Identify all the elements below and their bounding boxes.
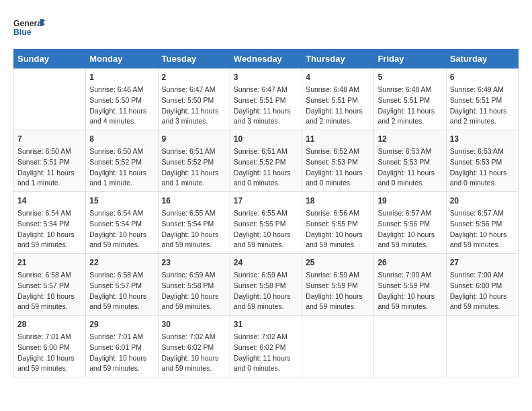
day-number: 4 xyxy=(306,71,370,83)
calendar-cell: 13Sunrise: 6:53 AM Sunset: 5:53 PM Dayli… xyxy=(446,130,518,192)
calendar-cell: 26Sunrise: 7:00 AM Sunset: 5:59 PM Dayli… xyxy=(374,254,446,316)
week-row-1: 1Sunrise: 6:46 AM Sunset: 5:50 PM Daylig… xyxy=(14,68,519,130)
day-number: 8 xyxy=(89,133,154,145)
calendar-cell: 19Sunrise: 6:57 AM Sunset: 5:56 PM Dayli… xyxy=(374,192,446,254)
svg-text:Blue: Blue xyxy=(13,28,32,37)
day-info: Sunrise: 6:50 AM Sunset: 5:52 PM Dayligh… xyxy=(89,146,154,189)
calendar-cell: 8Sunrise: 6:50 AM Sunset: 5:52 PM Daylig… xyxy=(86,130,158,192)
day-info: Sunrise: 7:00 AM Sunset: 6:00 PM Dayligh… xyxy=(450,270,515,312)
day-info: Sunrise: 6:58 AM Sunset: 5:57 PM Dayligh… xyxy=(89,270,154,312)
day-number: 6 xyxy=(450,71,515,83)
day-number: 23 xyxy=(162,257,226,269)
calendar-cell: 28Sunrise: 7:01 AM Sunset: 6:00 PM Dayli… xyxy=(14,316,86,377)
day-info: Sunrise: 7:01 AM Sunset: 6:01 PM Dayligh… xyxy=(89,332,154,374)
calendar-cell: 10Sunrise: 6:51 AM Sunset: 5:52 PM Dayli… xyxy=(230,130,302,192)
page-header: GeneralBlue xyxy=(13,13,519,44)
week-row-3: 14Sunrise: 6:54 AM Sunset: 5:54 PM Dayli… xyxy=(14,192,519,254)
calendar-cell: 2Sunrise: 6:47 AM Sunset: 5:50 PM Daylig… xyxy=(158,68,230,130)
col-header-thursday: Thursday xyxy=(302,50,374,68)
day-number: 9 xyxy=(162,133,226,145)
day-number: 18 xyxy=(306,195,370,207)
day-info: Sunrise: 6:48 AM Sunset: 5:51 PM Dayligh… xyxy=(378,85,442,127)
col-header-monday: Monday xyxy=(86,50,158,68)
day-number: 30 xyxy=(162,318,226,330)
day-number: 14 xyxy=(17,195,82,207)
day-number: 21 xyxy=(17,257,82,269)
calendar-cell: 31Sunrise: 7:02 AM Sunset: 6:02 PM Dayli… xyxy=(230,316,302,377)
logo-svg: GeneralBlue xyxy=(13,13,47,44)
day-number: 1 xyxy=(89,71,154,83)
day-info: Sunrise: 7:02 AM Sunset: 6:02 PM Dayligh… xyxy=(162,332,226,374)
day-info: Sunrise: 6:52 AM Sunset: 5:53 PM Dayligh… xyxy=(306,146,370,189)
day-info: Sunrise: 6:59 AM Sunset: 5:58 PM Dayligh… xyxy=(162,270,226,312)
calendar-cell: 11Sunrise: 6:52 AM Sunset: 5:53 PM Dayli… xyxy=(302,130,374,192)
day-info: Sunrise: 6:53 AM Sunset: 5:53 PM Dayligh… xyxy=(378,146,442,189)
day-info: Sunrise: 6:58 AM Sunset: 5:57 PM Dayligh… xyxy=(17,270,82,312)
day-info: Sunrise: 6:48 AM Sunset: 5:51 PM Dayligh… xyxy=(306,85,370,127)
day-info: Sunrise: 6:50 AM Sunset: 5:51 PM Dayligh… xyxy=(17,146,82,189)
calendar-cell: 20Sunrise: 6:57 AM Sunset: 5:56 PM Dayli… xyxy=(446,192,518,254)
logo: GeneralBlue xyxy=(13,13,47,44)
week-row-2: 7Sunrise: 6:50 AM Sunset: 5:51 PM Daylig… xyxy=(14,130,519,192)
calendar-cell: 3Sunrise: 6:47 AM Sunset: 5:51 PM Daylig… xyxy=(230,68,302,130)
day-info: Sunrise: 6:51 AM Sunset: 5:52 PM Dayligh… xyxy=(234,146,298,189)
calendar-cell: 30Sunrise: 7:02 AM Sunset: 6:02 PM Dayli… xyxy=(158,316,230,377)
day-number: 27 xyxy=(450,257,515,269)
day-info: Sunrise: 7:02 AM Sunset: 6:02 PM Dayligh… xyxy=(234,332,298,374)
day-info: Sunrise: 6:49 AM Sunset: 5:51 PM Dayligh… xyxy=(450,85,515,127)
day-number: 13 xyxy=(450,133,515,145)
calendar-cell: 1Sunrise: 6:46 AM Sunset: 5:50 PM Daylig… xyxy=(86,68,158,130)
calendar-table: SundayMondayTuesdayWednesdayThursdayFrid… xyxy=(13,49,519,377)
day-number: 25 xyxy=(306,257,370,269)
calendar-cell xyxy=(446,316,518,377)
calendar-cell: 12Sunrise: 6:53 AM Sunset: 5:53 PM Dayli… xyxy=(374,130,446,192)
calendar-cell: 25Sunrise: 6:59 AM Sunset: 5:59 PM Dayli… xyxy=(302,254,374,316)
col-header-sunday: Sunday xyxy=(14,50,86,68)
calendar-cell: 17Sunrise: 6:55 AM Sunset: 5:55 PM Dayli… xyxy=(230,192,302,254)
calendar-cell: 6Sunrise: 6:49 AM Sunset: 5:51 PM Daylig… xyxy=(446,68,518,130)
day-number: 28 xyxy=(17,318,82,330)
day-info: Sunrise: 6:53 AM Sunset: 5:53 PM Dayligh… xyxy=(450,146,515,189)
week-row-5: 28Sunrise: 7:01 AM Sunset: 6:00 PM Dayli… xyxy=(14,316,519,377)
day-number: 3 xyxy=(234,71,298,83)
day-info: Sunrise: 6:54 AM Sunset: 5:54 PM Dayligh… xyxy=(89,208,154,250)
calendar-cell: 22Sunrise: 6:58 AM Sunset: 5:57 PM Dayli… xyxy=(86,254,158,316)
day-info: Sunrise: 6:47 AM Sunset: 5:51 PM Dayligh… xyxy=(234,85,298,127)
day-number: 20 xyxy=(450,195,515,207)
col-header-friday: Friday xyxy=(374,50,446,68)
calendar-cell: 15Sunrise: 6:54 AM Sunset: 5:54 PM Dayli… xyxy=(86,192,158,254)
day-number: 29 xyxy=(89,318,154,330)
day-number: 7 xyxy=(17,133,82,145)
calendar-cell: 21Sunrise: 6:58 AM Sunset: 5:57 PM Dayli… xyxy=(14,254,86,316)
day-number: 2 xyxy=(162,71,226,83)
calendar-cell: 27Sunrise: 7:00 AM Sunset: 6:00 PM Dayli… xyxy=(446,254,518,316)
calendar-cell xyxy=(374,316,446,377)
day-info: Sunrise: 7:00 AM Sunset: 5:59 PM Dayligh… xyxy=(378,270,442,312)
col-header-tuesday: Tuesday xyxy=(158,50,230,68)
day-number: 5 xyxy=(378,71,442,83)
col-header-saturday: Saturday xyxy=(446,50,518,68)
day-number: 22 xyxy=(89,257,154,269)
day-info: Sunrise: 6:47 AM Sunset: 5:50 PM Dayligh… xyxy=(162,85,226,127)
calendar-cell: 14Sunrise: 6:54 AM Sunset: 5:54 PM Dayli… xyxy=(14,192,86,254)
day-info: Sunrise: 6:57 AM Sunset: 5:56 PM Dayligh… xyxy=(450,208,515,250)
day-info: Sunrise: 6:46 AM Sunset: 5:50 PM Dayligh… xyxy=(89,85,154,127)
day-number: 10 xyxy=(234,133,298,145)
day-number: 16 xyxy=(162,195,226,207)
calendar-cell: 29Sunrise: 7:01 AM Sunset: 6:01 PM Dayli… xyxy=(86,316,158,377)
calendar-cell: 5Sunrise: 6:48 AM Sunset: 5:51 PM Daylig… xyxy=(374,68,446,130)
calendar-cell xyxy=(14,68,86,130)
day-info: Sunrise: 6:55 AM Sunset: 5:54 PM Dayligh… xyxy=(162,208,226,250)
calendar-cell: 24Sunrise: 6:59 AM Sunset: 5:58 PM Dayli… xyxy=(230,254,302,316)
calendar-cell xyxy=(302,316,374,377)
day-info: Sunrise: 6:56 AM Sunset: 5:55 PM Dayligh… xyxy=(306,208,370,250)
day-number: 15 xyxy=(89,195,154,207)
day-number: 24 xyxy=(234,257,298,269)
calendar-cell: 4Sunrise: 6:48 AM Sunset: 5:51 PM Daylig… xyxy=(302,68,374,130)
calendar-cell: 7Sunrise: 6:50 AM Sunset: 5:51 PM Daylig… xyxy=(14,130,86,192)
day-number: 31 xyxy=(234,318,298,330)
day-number: 26 xyxy=(378,257,442,269)
day-number: 12 xyxy=(378,133,442,145)
calendar-cell: 16Sunrise: 6:55 AM Sunset: 5:54 PM Dayli… xyxy=(158,192,230,254)
calendar-cell: 18Sunrise: 6:56 AM Sunset: 5:55 PM Dayli… xyxy=(302,192,374,254)
